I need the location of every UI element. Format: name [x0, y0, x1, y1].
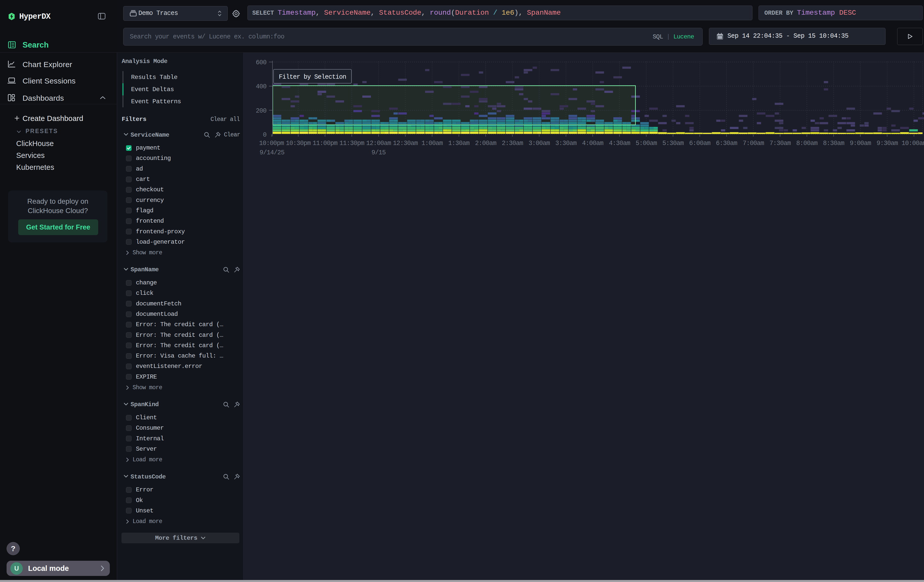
svg-text:11:30pm: 11:30pm — [339, 140, 364, 147]
svg-text:5:00am: 5:00am — [635, 140, 657, 147]
svg-text:1:30am: 1:30am — [448, 140, 470, 147]
svg-text:10:00pm: 10:00pm — [259, 140, 284, 147]
svg-text:600: 600 — [256, 59, 266, 66]
svg-text:0: 0 — [263, 131, 266, 138]
svg-text:12:00am: 12:00am — [366, 140, 391, 147]
svg-text:9:30am: 9:30am — [876, 140, 898, 147]
svg-text:8:00am: 8:00am — [796, 140, 817, 147]
svg-text:8:30am: 8:30am — [823, 140, 844, 147]
svg-text:9/15: 9/15 — [371, 149, 386, 157]
svg-text:3:00am: 3:00am — [528, 140, 550, 147]
svg-text:9/14/25: 9/14/25 — [260, 149, 284, 157]
svg-text:2:00am: 2:00am — [475, 140, 496, 147]
svg-text:10:30pm: 10:30pm — [286, 140, 311, 147]
svg-text:10:00am: 10:00am — [901, 140, 924, 147]
svg-text:1:00am: 1:00am — [422, 140, 443, 147]
svg-text:200: 200 — [256, 107, 266, 115]
svg-text:9:00am: 9:00am — [850, 140, 871, 147]
svg-text:5:30am: 5:30am — [662, 140, 684, 147]
svg-text:6:30am: 6:30am — [716, 140, 737, 147]
svg-text:11:00pm: 11:00pm — [313, 140, 338, 147]
svg-text:4:30am: 4:30am — [609, 140, 630, 147]
svg-text:Filter by Selection: Filter by Selection — [279, 73, 346, 81]
svg-text:3:30am: 3:30am — [555, 140, 577, 147]
svg-text:400: 400 — [256, 83, 266, 90]
svg-text:7:30am: 7:30am — [769, 140, 791, 147]
svg-text:4:00am: 4:00am — [582, 140, 604, 147]
svg-text:6:00am: 6:00am — [689, 140, 710, 147]
svg-text:7:00am: 7:00am — [742, 140, 764, 147]
svg-text:12:30am: 12:30am — [393, 140, 418, 147]
svg-text:2:30am: 2:30am — [502, 140, 523, 147]
